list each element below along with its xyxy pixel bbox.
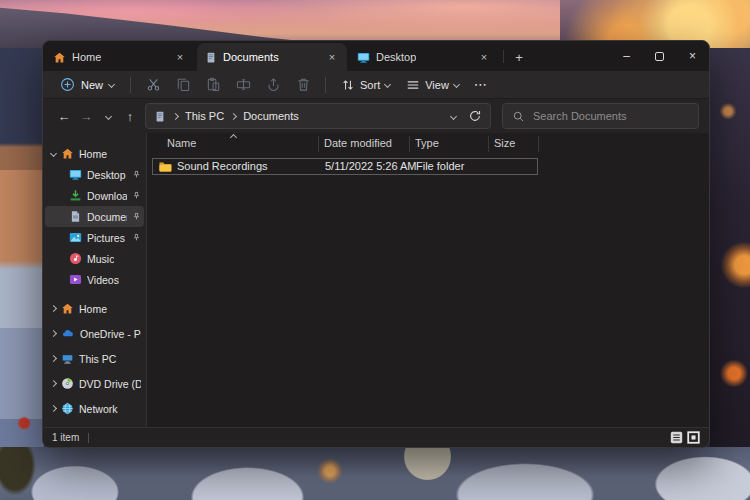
sidebar-item-network[interactable]: Network (45, 396, 144, 421)
chevron-down-icon (384, 81, 391, 88)
minimize-button[interactable]: – (610, 41, 643, 71)
this-pc-icon (61, 352, 74, 365)
tab-close-icon[interactable]: × (477, 51, 491, 63)
sidebar-item-onedrive[interactable]: OneDrive - Personal (45, 321, 144, 346)
onedrive-cloud-icon (61, 327, 75, 340)
search-icon (512, 110, 525, 123)
details-view-button[interactable] (670, 431, 683, 444)
column-header-type[interactable]: Type (415, 137, 439, 149)
column-divider (488, 136, 489, 152)
search-input[interactable] (533, 110, 689, 122)
wallpaper-left-buildings (0, 48, 44, 500)
large-icons-view-button[interactable] (687, 431, 700, 444)
videos-icon (69, 273, 82, 286)
toolbar-divider (325, 77, 326, 93)
sidebar-item-dvd-drive[interactable]: DVD Drive (D:) CCCO (45, 371, 144, 396)
chevron-down-icon (108, 81, 115, 88)
new-button-label: New (81, 79, 103, 91)
chevron-down-icon (453, 81, 460, 88)
sidebar-item-label: DVD Drive (D:) CCCO (79, 378, 141, 390)
tab-label: Desktop (376, 51, 416, 63)
item-count: 1 item (52, 432, 79, 443)
view-button[interactable]: View (398, 75, 467, 95)
sort-arrows-icon (341, 78, 355, 92)
view-toggles (670, 431, 700, 444)
sidebar-item-label: Home (79, 303, 107, 315)
trash-icon (296, 77, 311, 92)
column-header-size[interactable]: Size (494, 137, 515, 149)
rename-button[interactable] (228, 73, 258, 97)
document-icon (205, 51, 217, 64)
file-type: File folder (416, 160, 464, 172)
column-divider (409, 136, 410, 152)
sidebar-item-pictures[interactable]: Pictures (45, 227, 144, 248)
address-dropdown-icon[interactable] (450, 112, 457, 119)
sidebar-item-this-pc[interactable]: This PC (45, 346, 144, 371)
sidebar-item-downloads[interactable]: Downloads (45, 185, 144, 206)
sidebar-item-desktop[interactable]: Desktop (45, 164, 144, 185)
file-row-sound-recordings[interactable]: Sound Recordings 5/11/2022 5:26 AM File … (152, 158, 538, 175)
sort-button[interactable]: Sort (333, 75, 398, 95)
sidebar-item-home-group[interactable]: Home (45, 296, 144, 321)
file-name[interactable]: Sound Recordings (177, 160, 268, 172)
paste-button[interactable] (198, 73, 228, 97)
tab-home[interactable]: Home × (45, 43, 195, 71)
tab-close-icon[interactable]: × (325, 51, 339, 63)
location-document-icon (154, 110, 166, 123)
recent-locations-button[interactable] (97, 105, 119, 127)
column-header-date-modified[interactable]: Date modified (324, 137, 392, 149)
pin-icon (132, 191, 141, 200)
scissors-icon (146, 77, 161, 92)
breadcrumb-segment-documents[interactable]: Documents (243, 110, 299, 122)
sort-ascending-icon (230, 134, 237, 141)
collapse-icon[interactable] (50, 305, 57, 312)
sidebar-item-home[interactable]: Home (45, 143, 144, 164)
sidebar-item-documents[interactable]: Documents (45, 206, 144, 227)
tab-documents[interactable]: Documents × (197, 43, 347, 71)
breadcrumb-segment-this-pc[interactable]: This PC (185, 110, 224, 122)
toolbar-divider (130, 77, 131, 93)
new-tab-button[interactable]: + (508, 46, 530, 68)
tab-desktop[interactable]: Desktop × (349, 43, 499, 71)
collapse-icon[interactable] (50, 380, 57, 387)
collapse-icon[interactable] (50, 355, 57, 362)
chevron-right-icon (172, 112, 179, 119)
tab-close-icon[interactable]: × (173, 51, 187, 63)
pictures-icon (69, 231, 82, 244)
breadcrumb[interactable]: This PC Documents (145, 103, 491, 129)
forward-button[interactable]: → (75, 105, 97, 127)
documents-icon (69, 210, 82, 223)
sort-button-label: Sort (360, 79, 380, 91)
delete-button[interactable] (288, 73, 318, 97)
refresh-icon[interactable] (468, 109, 482, 123)
command-bar: New Sort (43, 71, 709, 99)
cut-button[interactable] (138, 73, 168, 97)
back-button[interactable]: ← (53, 105, 75, 127)
search-box[interactable] (502, 103, 699, 129)
copy-button[interactable] (168, 73, 198, 97)
chevron-down-icon (104, 112, 111, 119)
wallpaper-bottom-buildings (0, 447, 750, 500)
music-icon (69, 252, 82, 265)
sidebar-item-label: Desktop (87, 169, 126, 181)
new-button[interactable]: New (51, 74, 123, 95)
maximize-button[interactable] (643, 41, 676, 71)
pin-icon (132, 212, 141, 221)
desktop-icon (69, 168, 82, 181)
more-options-button[interactable]: ⋯ (467, 77, 495, 92)
collapse-icon[interactable] (50, 330, 57, 337)
up-button[interactable]: ↑ (119, 105, 141, 127)
sidebar-item-music[interactable]: Music (45, 248, 144, 269)
view-button-label: View (425, 79, 449, 91)
column-header-name[interactable]: Name (167, 137, 196, 149)
status-divider (88, 433, 89, 443)
share-button[interactable] (258, 73, 288, 97)
status-bar: 1 item (43, 427, 709, 447)
close-button[interactable]: × (676, 41, 709, 71)
collapse-icon[interactable] (50, 405, 57, 412)
sidebar-item-videos[interactable]: Videos (45, 269, 144, 290)
expand-icon[interactable] (50, 150, 57, 157)
pin-icon (132, 170, 141, 179)
desktop: Home × Documents × Desktop × + – × (0, 0, 750, 500)
tab-bar: Home × Documents × Desktop × + – × (43, 41, 709, 71)
